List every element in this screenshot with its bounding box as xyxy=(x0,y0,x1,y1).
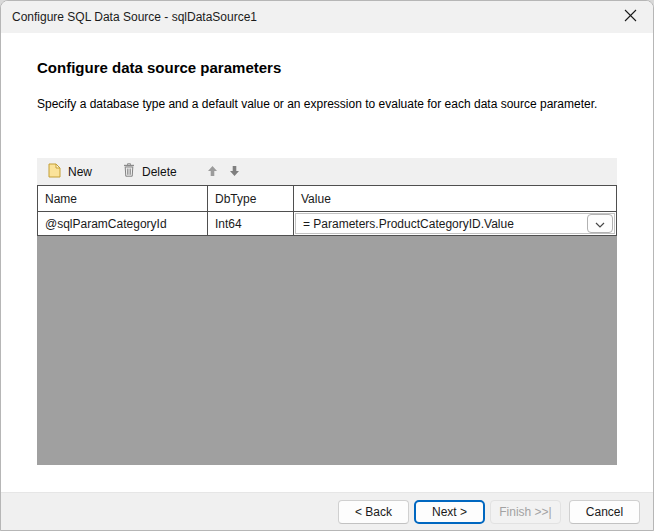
column-header-dbtype: DbType xyxy=(208,186,294,211)
arrow-down-icon xyxy=(229,163,240,181)
delete-parameter-button[interactable]: Delete xyxy=(120,161,180,183)
next-button[interactable]: Next > xyxy=(414,500,485,524)
close-icon xyxy=(624,8,637,26)
grid-header-row: Name DbType Value xyxy=(38,186,616,212)
move-up-button[interactable] xyxy=(202,161,224,183)
move-down-button[interactable] xyxy=(224,161,246,183)
new-parameter-label: New xyxy=(68,165,92,179)
value-dropdown-button[interactable] xyxy=(587,214,613,233)
close-button[interactable] xyxy=(607,1,653,33)
delete-parameter-label: Delete xyxy=(142,165,177,179)
wizard-footer: < Back Next > Finish >>| Cancel xyxy=(1,492,653,530)
cancel-button[interactable]: Cancel xyxy=(569,500,640,524)
parameters-toolbar: New Delete xyxy=(37,158,617,185)
page-description: Specify a database type and a default va… xyxy=(37,97,597,111)
value-combobox-text: = Parameters.ProductCategoryID.Value xyxy=(303,217,514,231)
configure-sql-data-source-dialog: Configure SQL Data Source - sqlDataSourc… xyxy=(0,0,654,531)
empty-grid-area xyxy=(37,236,617,465)
parameter-name-cell[interactable]: @sqlParamCategoryId xyxy=(38,212,208,235)
column-header-name: Name xyxy=(38,186,208,211)
new-parameter-button[interactable]: New xyxy=(45,161,95,183)
parameters-panel: New Delete xyxy=(37,158,617,465)
parameter-dbtype-cell[interactable]: Int64 xyxy=(208,212,294,235)
parameters-grid: Name DbType Value @sqlParamCategoryId In… xyxy=(37,185,617,236)
page-title: Configure data source parameters xyxy=(37,59,281,76)
table-row: @sqlParamCategoryId Int64 = Parameters.P… xyxy=(38,212,616,235)
new-document-icon xyxy=(48,163,61,181)
trash-icon xyxy=(123,163,135,180)
column-header-value: Value xyxy=(294,186,616,211)
titlebar: Configure SQL Data Source - sqlDataSourc… xyxy=(1,1,653,33)
parameter-value-cell: = Parameters.ProductCategoryID.Value xyxy=(294,212,616,235)
finish-button[interactable]: Finish >>| xyxy=(490,500,561,524)
window-title: Configure SQL Data Source - sqlDataSourc… xyxy=(1,10,607,24)
chevron-down-icon xyxy=(595,217,605,231)
back-button[interactable]: < Back xyxy=(338,500,409,524)
arrow-up-icon xyxy=(207,163,218,181)
value-combobox[interactable]: = Parameters.ProductCategoryID.Value xyxy=(295,213,615,234)
